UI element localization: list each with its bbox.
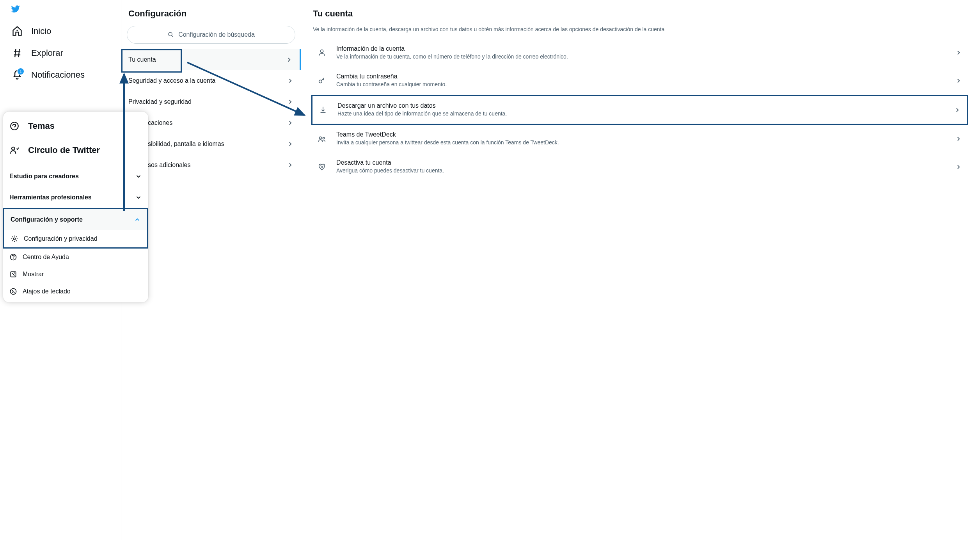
popup-settings-privacy[interactable]: Configuración y privacidad bbox=[4, 230, 147, 247]
option-title: Cambia tu contraseña bbox=[336, 73, 945, 80]
option-desc: Hazte una idea del tipo de información q… bbox=[337, 110, 944, 118]
nav-home[interactable]: Inicio bbox=[8, 20, 121, 42]
search-placeholder: Configuración de búsqueda bbox=[178, 31, 255, 38]
chevron-right-icon bbox=[955, 49, 962, 56]
nav-home-label: Inicio bbox=[31, 26, 51, 36]
popup-creator-studio[interactable]: Estudio para creadores bbox=[3, 166, 148, 187]
chevron-right-icon bbox=[287, 77, 294, 84]
popup-help-center[interactable]: Centro de Ayuda bbox=[3, 249, 148, 266]
left-sidebar: Inicio Explorar 1 Notificaciones Temas C… bbox=[0, 0, 121, 540]
chevron-right-icon bbox=[954, 107, 961, 114]
home-icon bbox=[12, 26, 23, 37]
chevron-down-icon bbox=[135, 173, 142, 180]
keyboard-icon bbox=[9, 288, 17, 295]
nav-notifications[interactable]: 1 Notificaciones bbox=[8, 64, 121, 86]
chevron-up-icon bbox=[134, 216, 141, 223]
option-deactivate[interactable]: Desactiva tu cuenta Averigua cómo puedes… bbox=[311, 153, 968, 181]
detail-title: Tu cuenta bbox=[311, 4, 968, 26]
chevron-down-icon bbox=[135, 194, 142, 201]
chevron-right-icon bbox=[955, 135, 962, 142]
team-icon bbox=[318, 135, 326, 143]
option-change-password[interactable]: Cambia tu contraseña Cambia tu contraseñ… bbox=[311, 67, 968, 95]
option-title: Información de la cuenta bbox=[336, 45, 945, 52]
hash-icon bbox=[12, 48, 23, 59]
settings-item-privacy[interactable]: Privacidad y seguridad bbox=[121, 91, 301, 112]
nav-explore-label: Explorar bbox=[31, 48, 63, 58]
gear-icon bbox=[11, 235, 18, 243]
option-title: Descargar un archivo con tus datos bbox=[337, 102, 944, 109]
option-desc: Averigua cómo puedes desactivar tu cuent… bbox=[336, 167, 945, 175]
popup-creator-studio-label: Estudio para creadores bbox=[9, 173, 79, 180]
popup-circle[interactable]: Círculo de Twitter bbox=[3, 138, 148, 162]
display-icon bbox=[9, 270, 17, 278]
popup-help-center-label: Centro de Ayuda bbox=[23, 254, 69, 261]
search-input[interactable]: Configuración de búsqueda bbox=[127, 26, 295, 44]
more-menu-popup: Temas Círculo de Twitter Estudio para cr… bbox=[3, 112, 148, 302]
annotation-box-settings-support: Configuración y soporte Configuración y … bbox=[3, 208, 148, 249]
topics-icon bbox=[9, 121, 20, 131]
option-title: Teams de TweetDeck bbox=[336, 131, 945, 138]
chevron-right-icon bbox=[286, 56, 293, 63]
heartbreak-icon bbox=[318, 163, 326, 171]
popup-settings-support-label: Configuración y soporte bbox=[11, 216, 83, 223]
settings-item-label: Seguridad y acceso a la cuenta bbox=[128, 77, 215, 84]
detail-subtitle: Ve la información de la cuenta, descarga… bbox=[311, 26, 968, 39]
user-icon bbox=[318, 48, 326, 57]
option-desc: Invita a cualquier persona a twittear de… bbox=[336, 139, 945, 147]
option-account-info[interactable]: Información de la cuenta Ve la informaci… bbox=[311, 39, 968, 67]
option-desc: Ve la información de tu cuenta, como el … bbox=[336, 53, 945, 61]
popup-circle-label: Círculo de Twitter bbox=[28, 145, 100, 155]
option-desc: Cambia tu contraseña en cualquier moment… bbox=[336, 81, 945, 89]
popup-pro-tools-label: Herramientas profesionales bbox=[9, 194, 92, 201]
popup-display[interactable]: Mostrar bbox=[3, 266, 148, 283]
popup-topics[interactable]: Temas bbox=[3, 114, 148, 138]
nav-explore[interactable]: Explorar bbox=[8, 42, 121, 64]
nav-notifications-label: Notificaciones bbox=[31, 70, 85, 80]
settings-item-label: Tu cuenta bbox=[128, 56, 156, 63]
settings-item-resources[interactable]: sos adicionales bbox=[121, 155, 301, 176]
bell-icon: 1 bbox=[12, 69, 23, 80]
settings-item-security[interactable]: Seguridad y acceso a la cuenta bbox=[121, 70, 301, 91]
download-icon bbox=[319, 106, 327, 114]
search-icon bbox=[167, 31, 174, 38]
popup-settings-privacy-label: Configuración y privacidad bbox=[24, 235, 98, 242]
popup-display-label: Mostrar bbox=[23, 271, 44, 278]
settings-item-notifications[interactable]: caciones bbox=[121, 112, 301, 133]
option-title: Desactiva tu cuenta bbox=[336, 159, 945, 166]
key-icon bbox=[318, 76, 326, 85]
twitter-logo-icon[interactable] bbox=[10, 4, 23, 16]
popup-keyboard-shortcuts[interactable]: Atajos de teclado bbox=[3, 283, 148, 300]
option-tweetdeck-teams[interactable]: Teams de TweetDeck Invita a cualquier pe… bbox=[311, 125, 968, 153]
option-download-data[interactable]: Descargar un archivo con tus datos Hazte… bbox=[311, 95, 968, 125]
help-icon bbox=[9, 253, 17, 261]
notifications-badge: 1 bbox=[17, 68, 24, 75]
popup-settings-support[interactable]: Configuración y soporte bbox=[4, 209, 147, 230]
popup-pro-tools[interactable]: Herramientas profesionales bbox=[3, 187, 148, 208]
popup-keyboard-label: Atajos de teclado bbox=[23, 288, 71, 295]
circle-icon bbox=[9, 145, 20, 155]
chevron-right-icon bbox=[287, 98, 294, 105]
settings-item-account[interactable]: Tu cuenta bbox=[121, 49, 301, 70]
settings-item-accessibility[interactable]: sibilidad, pantalla e idiomas bbox=[121, 133, 301, 155]
chevron-right-icon bbox=[287, 140, 294, 147]
chevron-right-icon bbox=[287, 119, 294, 126]
chevron-right-icon bbox=[955, 163, 962, 171]
popup-topics-label: Temas bbox=[28, 121, 55, 131]
settings-item-label: Privacidad y seguridad bbox=[128, 98, 192, 105]
chevron-right-icon bbox=[955, 77, 962, 84]
settings-title: Configuración bbox=[121, 4, 301, 26]
detail-column: Tu cuenta Ve la información de la cuenta… bbox=[301, 0, 980, 540]
chevron-right-icon bbox=[287, 162, 294, 169]
popup-divider bbox=[9, 164, 142, 164]
